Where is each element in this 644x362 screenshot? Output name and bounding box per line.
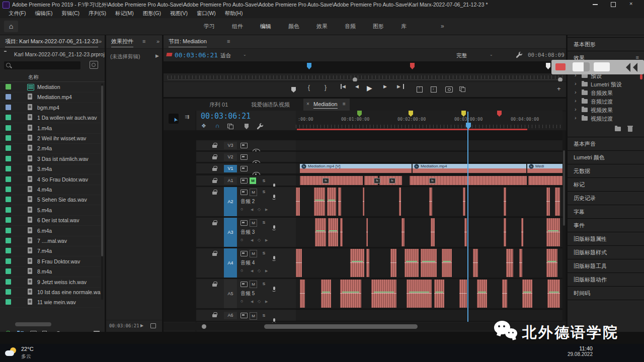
list-item[interactable]: 2.m4a (0, 143, 101, 154)
workspace-tab-8[interactable]: 库 (392, 23, 415, 30)
menu-item[interactable]: 文件(F) (4, 10, 30, 17)
list-item[interactable]: 11 wie mein.wav (0, 297, 101, 308)
audio-clip-segment[interactable] (296, 249, 302, 277)
track-target-badge[interactable]: A3 (224, 218, 237, 247)
track-target-badge[interactable]: A5 (224, 279, 237, 308)
project-horizontal-scrollbar[interactable] (15, 322, 51, 326)
menu-item[interactable]: 视图(V) (166, 10, 192, 17)
workspace-overflow-icon[interactable]: » (441, 23, 444, 30)
audio-clip-segment[interactable] (296, 188, 300, 216)
audio-clip-segment[interactable] (434, 280, 444, 308)
label-color-chip[interactable] (6, 289, 11, 295)
label-color-chip[interactable] (6, 176, 11, 182)
panel-tab-历史记录[interactable]: 历史记录 (568, 192, 644, 205)
panel-tab-基本图形[interactable]: 基本图形 (568, 38, 644, 51)
keyframe-next-icon[interactable]: ▶ (265, 269, 268, 273)
list-item[interactable]: 9 Jetzt weiss ich.wav (0, 277, 101, 288)
solo-button[interactable]: S (261, 250, 267, 256)
monitor-marker[interactable] (307, 63, 311, 69)
linked-selection-icon[interactable] (227, 124, 233, 129)
playback-resolution-select[interactable]: 完整 (456, 52, 467, 59)
audio-clip-segment[interactable] (547, 280, 560, 308)
audio-clip-segment[interactable] (519, 249, 522, 277)
label-color-chip[interactable] (6, 84, 11, 89)
lock-icon[interactable] (212, 143, 217, 148)
audio-clip-segment[interactable] (477, 280, 487, 308)
sequence-marker[interactable] (409, 111, 413, 117)
go-to-in-icon[interactable]: ◀ (339, 84, 348, 94)
audio-clip[interactable] (410, 176, 527, 185)
menu-item[interactable]: 窗口(W) (192, 10, 220, 17)
new-custom-bin-icon[interactable] (615, 126, 622, 132)
monitor-ruler[interactable] (168, 73, 563, 81)
panel-tab-旧版标题工具[interactable]: 旧版标题工具 (568, 259, 644, 273)
timeline-vertical-scrollbar[interactable] (562, 130, 565, 322)
audio-clip-segment[interactable] (315, 218, 326, 246)
keyframe-display-icon[interactable]: ○ (240, 268, 243, 273)
add-keyframe-icon[interactable]: ◇ (258, 207, 261, 212)
go-to-out-icon[interactable]: ▶ (395, 84, 404, 94)
track-name-label[interactable]: 音频 4 (240, 259, 255, 266)
effect-controls-tab[interactable]: 效果控件 (111, 38, 133, 47)
lift-icon[interactable]: ↑ (415, 84, 424, 94)
audio-clip-segment[interactable] (407, 280, 432, 308)
audio-clip-segment[interactable] (371, 280, 396, 308)
track-target-badge[interactable]: V3 (224, 142, 237, 149)
weather-widget[interactable]: 22°C 多云 (5, 345, 65, 361)
label-color-chip[interactable] (6, 238, 11, 243)
lock-icon[interactable] (212, 154, 217, 160)
audio-clip[interactable] (300, 176, 363, 185)
keyframe-next-icon[interactable]: ▶ (265, 300, 268, 304)
audio-clip-segment[interactable] (504, 218, 506, 246)
add-marker-icon[interactable] (289, 84, 298, 94)
audio-clip-segment[interactable] (473, 249, 478, 277)
audio-clip-segment[interactable] (340, 280, 361, 308)
panel-tab-基本声音[interactable]: 基本声音 (568, 137, 644, 150)
voiceover-record-icon[interactable] (272, 225, 276, 231)
track-target-badge[interactable]: V1 (224, 165, 237, 172)
overlay-control-2[interactable] (594, 62, 610, 71)
audio-clip-segment[interactable] (463, 188, 465, 216)
audio-clip-segment[interactable] (522, 280, 532, 308)
label-color-chip[interactable] (6, 166, 11, 171)
project-root-row[interactable]: Karl Marx-2022-07-06_21-12-23.prproj (0, 49, 105, 59)
video-clip[interactable]: Mediation.mp4 (413, 164, 526, 173)
voiceover-record-icon[interactable] (272, 287, 276, 292)
step-back-icon[interactable]: ◀ (353, 84, 362, 94)
audio-clip-segment[interactable] (431, 218, 435, 246)
panel-overflow-icon[interactable]: » (99, 38, 102, 44)
track-target-badge[interactable]: A1 (224, 177, 237, 185)
panel-tab-元数据[interactable]: 元数据 (568, 164, 644, 177)
label-color-chip[interactable] (6, 197, 11, 202)
sync-lock-icon[interactable] (240, 178, 248, 184)
delete-effect-icon[interactable] (628, 126, 634, 132)
audio-clip-segment[interactable] (390, 249, 396, 277)
zoom-level-select[interactable]: 适合 (220, 52, 231, 59)
icon-view-button[interactable] (30, 331, 37, 332)
sync-lock-icon[interactable] (240, 154, 248, 160)
program-monitor-tab[interactable]: 节目: Mediation (169, 38, 207, 47)
list-item[interactable]: 7.m4a (0, 246, 101, 256)
audio-clip-segment[interactable] (366, 218, 368, 246)
track-lane-V2[interactable] (296, 151, 562, 162)
timeline-tab-2[interactable]: 我爱德语队视频 (248, 99, 298, 111)
rewind-arrows-icon[interactable] (626, 63, 630, 72)
keyframe-display-icon[interactable]: ○ (240, 299, 243, 304)
label-color-chip[interactable] (6, 145, 11, 151)
menu-item[interactable]: 标记(M) (111, 10, 138, 17)
chevron-right-icon[interactable]: › (575, 89, 577, 95)
audio-clip-segment[interactable] (350, 249, 364, 277)
lock-icon[interactable] (212, 190, 217, 195)
play-button[interactable]: ▶ (365, 84, 374, 94)
panel-tab-旧版标题属性[interactable]: 旧版标题属性 (568, 232, 644, 245)
find-in-bin-icon[interactable] (90, 61, 98, 69)
panel-tab-旧版标题样式[interactable]: 旧版标题样式 (568, 246, 644, 259)
list-item[interactable]: Mediation.mp4 (0, 92, 101, 103)
minimize-button[interactable] (593, 4, 598, 5)
solo-button[interactable]: S (261, 281, 267, 287)
mute-button[interactable]: M (250, 219, 257, 227)
sequence-marker[interactable] (497, 111, 502, 117)
lock-icon[interactable] (212, 220, 217, 226)
export-frame-icon[interactable] (444, 84, 453, 94)
home-button[interactable]: ⌂ (4, 21, 18, 32)
